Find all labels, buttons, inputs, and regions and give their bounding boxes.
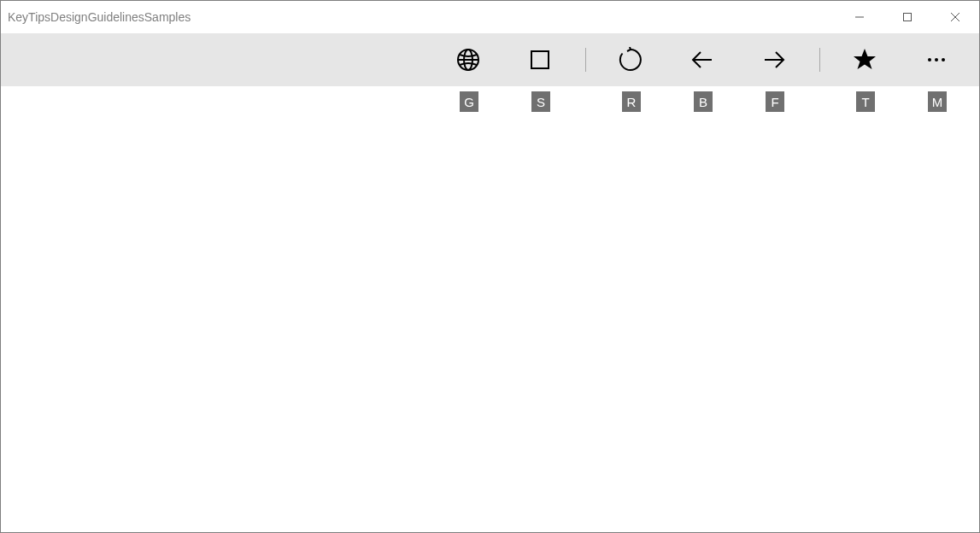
back-arrow-icon [690,47,715,73]
toolbar-separator [810,33,829,86]
minimize-button[interactable] [836,1,883,33]
close-icon [950,12,960,22]
toolbar-separator [576,33,595,86]
keytip-more: M [928,91,947,112]
keytip-stop: S [531,91,550,112]
svg-point-13 [942,58,945,62]
forward-button[interactable] [738,33,810,86]
svg-point-11 [928,58,931,62]
keytip-back: B [694,91,713,112]
keytip-forward: F [766,91,784,112]
globe-icon [455,47,481,73]
more-icon [924,47,949,73]
minimize-icon [854,12,865,22]
more-button[interactable] [901,33,972,86]
keytip-star: T [856,91,875,112]
window-controls [836,1,979,33]
maximize-icon [902,12,913,22]
refresh-icon [618,47,643,73]
keytip-refresh: R [622,91,641,112]
window-title: KeyTipsDesignGuidelinesSamples [8,10,191,24]
star-icon [852,47,877,73]
stop-button[interactable] [504,33,576,86]
content-area [2,86,978,531]
forward-arrow-icon [761,47,787,73]
back-button[interactable] [666,33,738,86]
maximize-button[interactable] [883,1,931,33]
keytip-globe: G [460,91,478,112]
app-window: KeyTipsDesignGuidelinesSamples [0,0,980,533]
favorite-button[interactable] [829,33,901,86]
refresh-button[interactable] [595,33,666,86]
svg-marker-10 [854,49,876,69]
close-button[interactable] [931,1,979,33]
svg-point-12 [935,58,938,62]
toolbar [1,33,979,86]
globe-button[interactable] [432,33,504,86]
titlebar: KeyTipsDesignGuidelinesSamples [1,1,979,33]
stop-icon [529,49,551,71]
svg-rect-7 [531,51,549,68]
svg-rect-1 [904,14,912,21]
